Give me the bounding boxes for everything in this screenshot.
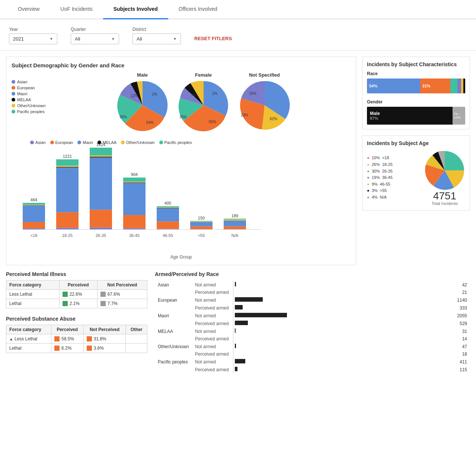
svg-rect-48 [157, 206, 179, 207]
armed-type: Not armed [192, 327, 233, 335]
armed-race [155, 304, 192, 312]
svg-rect-32 [90, 148, 112, 155]
tab-overview[interactable]: Overview [7, 0, 50, 19]
stacked-bar-chart: Asian European Maori MELAA Other/Unknown… [12, 137, 351, 260]
nav-tabs: Overview UoF Incidents Subjects Involved… [0, 0, 476, 19]
gender-label: Gender [367, 99, 465, 105]
tab-uof-incidents[interactable]: UoF Incidents [50, 0, 103, 19]
armed-race [155, 350, 192, 358]
demographic-section: Subject Demographic by Gender and Race A… [6, 57, 356, 265]
legend-asian: Asian [12, 80, 52, 84]
armed-race: MELAA [155, 327, 192, 335]
svg-text:405: 405 [164, 201, 171, 205]
svg-rect-37 [123, 183, 146, 215]
substance-abuse-title: Perceived Substance Abuse [6, 316, 147, 322]
svg-rect-24 [56, 159, 79, 166]
svg-text:23%: 23% [241, 113, 248, 117]
mi-not-perceived-less-lethal: 67.6% [97, 290, 147, 299]
tab-subjects-involved[interactable]: Subjects Involved [103, 0, 168, 19]
male-pie-title: Male [137, 72, 148, 78]
sa-other-less-lethal [126, 334, 147, 344]
age-total-label: Total Incidents [432, 201, 458, 206]
svg-text:12%: 12% [131, 94, 138, 98]
svg-rect-19 [56, 228, 79, 230]
sa-header-other: Other [126, 325, 147, 334]
armed-title: Armed/Perceived by Race [155, 271, 470, 277]
svg-rect-63 [224, 219, 246, 221]
armed-race: Maori [155, 312, 192, 320]
svg-rect-55 [190, 221, 213, 222]
female-pie: Female [178, 72, 230, 131]
armed-value: 14 [417, 335, 470, 343]
legend-pacific: Pacific peoples [12, 109, 52, 114]
svg-text:904: 904 [131, 172, 138, 177]
sa-row-lethal: Lethal 6.2% 3.6% [6, 344, 147, 353]
armed-bar-cell [233, 366, 417, 373]
svg-rect-40 [123, 177, 146, 182]
legend-maori: Maori [12, 92, 52, 96]
mi-perceived-less-lethal: 22.6% [59, 290, 97, 299]
gender-section: Gender Male 87% Fe... 13% [367, 99, 465, 125]
armed-bar-cell [233, 358, 417, 366]
armed-type: Perceived armed [192, 289, 233, 296]
demographic-legend: Asian European Maori MELAA [12, 80, 52, 114]
sa-category-lethal: Lethal [6, 344, 51, 353]
mi-header-not-perceived: Not Perceived [97, 280, 147, 290]
armed-value: 333 [417, 304, 470, 312]
mental-illness-section: Perceived Mental Illness Force category … [6, 271, 147, 308]
male-pie: Male [116, 72, 169, 131]
mi-row-less-lethal: Less Lethal 22.6% 67.6% [6, 290, 147, 299]
armed-value: 1140 [417, 296, 470, 304]
svg-rect-64 [224, 219, 246, 219]
year-value: 2021 [13, 36, 49, 42]
mental-illness-title: Perceived Mental Illness [6, 271, 147, 277]
svg-rect-22 [56, 167, 79, 168]
year-label: Year [9, 27, 57, 32]
substance-abuse-table: Force category Perceived Not Perceived O… [6, 325, 147, 353]
armed-type: Not armed [192, 312, 233, 320]
svg-rect-27 [90, 228, 112, 230]
armed-value: 21 [417, 289, 470, 296]
legend-other: Other/Unknown [12, 103, 52, 108]
legend-european: European [12, 86, 52, 90]
tab-officers-involved[interactable]: Officers Involved [168, 0, 228, 19]
year-chevron-icon: ▼ [49, 37, 53, 41]
sa-header-category: Force category [6, 325, 51, 334]
district-chevron-icon: ▼ [173, 37, 177, 41]
svg-rect-15 [23, 205, 45, 205]
svg-text:62%: 62% [270, 117, 277, 121]
svg-text:36-45: 36-45 [129, 233, 140, 238]
not-specified-pie-title: Not Specified [249, 72, 280, 78]
district-label: District [132, 27, 181, 32]
svg-text:N/A: N/A [231, 233, 239, 238]
sa-other-lethal [126, 344, 147, 353]
district-select[interactable]: All ▼ [132, 33, 181, 44]
female-pie-title: Female [195, 72, 212, 78]
armed-bar-cell [233, 296, 417, 304]
svg-text:1424: 1424 [96, 142, 105, 147]
svg-rect-13 [23, 205, 45, 222]
not-specified-pie: Not Specified 15% 23% 62% [239, 72, 291, 131]
armed-type: Perceived armed [192, 366, 233, 373]
year-select[interactable]: 2021 ▼ [9, 33, 57, 44]
district-filter-group: District All ▼ [132, 27, 181, 44]
armed-bar-cell [233, 281, 417, 289]
armed-type: Not armed [192, 281, 233, 289]
sa-header-perceived: Perceived [51, 325, 83, 334]
svg-rect-46 [157, 208, 179, 208]
sa-row-less-lethal: ▲Less Lethal 58.5% 31.8% [6, 334, 147, 344]
quarter-label: Quarter [71, 27, 119, 32]
reset-button[interactable]: RESET FITLERS [194, 36, 232, 41]
quarter-select[interactable]: All ▼ [71, 33, 119, 44]
armed-race: European [155, 296, 192, 304]
armed-bar-cell [233, 289, 417, 296]
armed-type: Perceived armed [192, 335, 233, 343]
mi-perceived-lethal: 2.1% [59, 299, 97, 308]
svg-text:26-35: 26-35 [96, 233, 106, 238]
sa-header-not-perceived: Not Perceived [83, 325, 126, 334]
svg-text:18-25: 18-25 [62, 233, 73, 238]
armed-bar-cell [233, 350, 417, 358]
armed-section: Armed/Perceived by Race Asian Not armed … [155, 271, 470, 373]
sa-not-perceived-less-lethal: 31.8% [83, 334, 126, 344]
quarter-chevron-icon: ▼ [111, 37, 115, 41]
